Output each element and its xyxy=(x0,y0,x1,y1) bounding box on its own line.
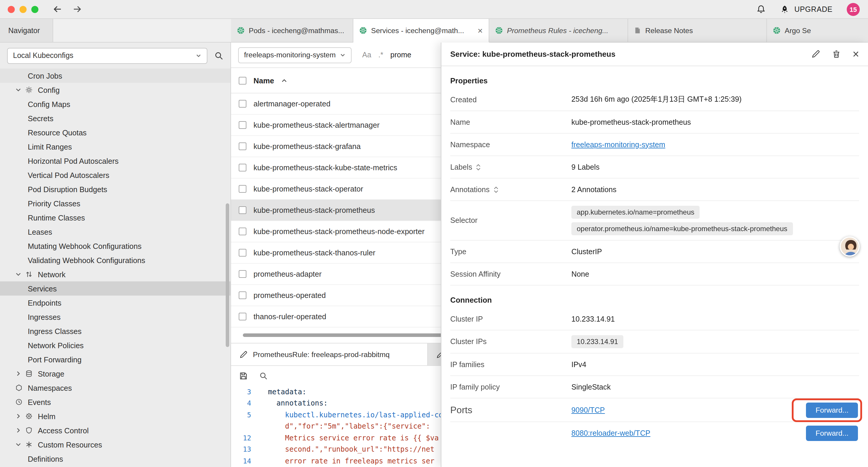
line-number: 4 xyxy=(231,399,251,408)
sidebar-item-ingress-classes[interactable]: Ingress Classes xyxy=(0,324,230,338)
window-titlebar: UPGRADE 15 xyxy=(0,0,868,19)
sidebar-item-validating-webhook-configurations[interactable]: Validating Webhook Configurations xyxy=(0,253,230,267)
sidebar-item-label: Events xyxy=(28,398,51,406)
chevron-right-icon[interactable] xyxy=(16,371,25,377)
sidebar-item-custom-resources[interactable]: Custom Resources xyxy=(0,437,230,451)
details-drawer: Service: kube-prometheus-stack-prometheu… xyxy=(441,42,868,467)
sidebar-item-endpoints[interactable]: Endpoints xyxy=(0,296,230,310)
namespace-filter[interactable]: freeleaps-monitoring-system xyxy=(238,47,351,63)
chevron-right-icon[interactable] xyxy=(16,413,25,419)
tab-argo-se[interactable]: Argo Se xyxy=(767,19,868,42)
upgrade-button[interactable]: UPGRADE xyxy=(780,4,833,14)
sidebar-item-network-policies[interactable]: Network Policies xyxy=(0,338,230,352)
trash-icon[interactable] xyxy=(832,50,841,59)
sidebar-item-network[interactable]: Network xyxy=(0,267,230,282)
save-icon[interactable] xyxy=(239,372,248,380)
namespace-link[interactable]: freeleaps-monitoring-system xyxy=(571,140,665,149)
sidebar-item-mutating-webhook-configurations[interactable]: Mutating Webhook Configurations xyxy=(0,239,230,253)
row-checkbox[interactable] xyxy=(239,249,246,257)
notification-badge[interactable]: 15 xyxy=(847,3,860,16)
row-checkbox[interactable] xyxy=(239,100,246,108)
sidebar-item-limit-ranges[interactable]: Limit Ranges xyxy=(0,140,230,154)
property-value: 253d 16h 6m ago (2025年1月13日 GMT+8 1:25:3… xyxy=(571,95,742,105)
sidebar-item-namespaces[interactable]: Namespaces xyxy=(0,381,230,395)
chevron-down-icon[interactable] xyxy=(16,442,25,447)
row-checkbox[interactable] xyxy=(239,313,246,320)
row-name: kube-prometheus-stack-kube-state-metrics xyxy=(253,163,397,172)
network-icon xyxy=(25,271,38,278)
sidebar-item-access-control[interactable]: Access Control xyxy=(0,423,230,437)
property-row: IP family policySingleStack xyxy=(450,376,859,399)
tab-row: Navigator Pods - icecheng@mathmas...Serv… xyxy=(0,19,868,42)
name-column-header[interactable]: Name xyxy=(253,76,274,85)
property-row: TypeClusterIP xyxy=(450,241,859,263)
forward-button[interactable]: Forward... xyxy=(806,402,858,418)
minimize-window-button[interactable] xyxy=(20,6,27,13)
tab-prometheus-rules-icecheng[interactable]: Prometheus Rules - icecheng... xyxy=(489,19,628,42)
tab-services-icecheng-math[interactable]: Services - icecheng@math...× xyxy=(353,19,489,42)
sidebar-item-cron-jobs[interactable]: Cron Jobs xyxy=(0,68,230,83)
forward-button[interactable]: Forward... xyxy=(806,426,858,441)
property-value: 2 Annotations xyxy=(571,185,617,194)
forward-icon[interactable] xyxy=(72,4,82,14)
tab-release-notes[interactable]: Release Notes xyxy=(628,19,767,42)
sidebar-item-config-maps[interactable]: Config Maps xyxy=(0,97,230,111)
unfold-icon xyxy=(493,186,498,193)
regex-button[interactable]: .* xyxy=(378,51,383,59)
sidebar-item-services[interactable]: Services xyxy=(0,282,230,296)
chevron-right-icon[interactable] xyxy=(16,428,25,433)
row-checkbox[interactable] xyxy=(239,143,246,150)
row-checkbox[interactable] xyxy=(239,121,246,129)
port-link[interactable]: 9090/TCP xyxy=(571,406,605,414)
close-window-button[interactable] xyxy=(8,6,15,13)
close-icon[interactable]: × xyxy=(852,49,859,60)
row-checkbox[interactable] xyxy=(239,164,246,171)
sidebar-item-vertical-pod-autoscalers[interactable]: Vertical Pod Autoscalers xyxy=(0,168,230,182)
zoom-window-button[interactable] xyxy=(31,6,38,13)
chevron-down-icon[interactable] xyxy=(16,271,25,277)
sidebar-item-storage[interactable]: Storage xyxy=(0,367,230,381)
row-checkbox[interactable] xyxy=(239,228,246,235)
avatar[interactable] xyxy=(840,236,860,257)
sidebar-item-horizontal-pod-autoscalers[interactable]: Horizontal Pod Autoscalers xyxy=(0,154,230,168)
port-link[interactable]: 8080:reloader-web/TCP xyxy=(571,429,650,437)
sidebar-item-leases[interactable]: Leases xyxy=(0,225,230,239)
section-title-properties: Properties xyxy=(450,76,859,85)
sidebar-item-events[interactable]: Events xyxy=(0,395,230,409)
sidebar-scrollbar[interactable] xyxy=(226,203,229,347)
ports-rows: Ports9090/TCPForward...8080:reloader-web… xyxy=(450,399,859,444)
sidebar-item-pod-disruption-budgets[interactable]: Pod Disruption Budgets xyxy=(0,182,230,196)
sidebar-item-config[interactable]: Config xyxy=(0,83,230,97)
match-case-button[interactable]: Aa xyxy=(362,51,371,59)
dock-tab-prometheusrule[interactable]: PrometheusRule: freeleaps-prod-rabbitmq xyxy=(231,344,428,365)
sidebar-item-definitions[interactable]: Definitions xyxy=(0,451,230,466)
sidebar-item-resource-quotas[interactable]: Resource Quotas xyxy=(0,125,230,140)
editor-search-icon[interactable] xyxy=(259,372,268,380)
forward-button-wrap: Forward... xyxy=(806,426,858,441)
tab-close-icon[interactable]: × xyxy=(477,26,483,35)
sidebar-item-priority-classes[interactable]: Priority Classes xyxy=(0,196,230,210)
tab-pods-icecheng-mathmas[interactable]: Pods - icecheng@mathmas... xyxy=(231,19,353,42)
sidebar-item-ingresses[interactable]: Ingresses xyxy=(0,310,230,324)
sidebar-item-secrets[interactable]: Secrets xyxy=(0,111,230,125)
kubeconfig-selector[interactable]: Local Kubeconfigs xyxy=(7,48,208,63)
property-row: Created253d 16h 6m ago (2025年1月13日 GMT+8… xyxy=(450,89,859,111)
bell-icon[interactable] xyxy=(756,4,766,14)
row-checkbox[interactable] xyxy=(239,185,246,193)
row-checkbox[interactable] xyxy=(239,206,246,214)
row-checkbox[interactable] xyxy=(239,291,246,299)
row-checkbox[interactable] xyxy=(239,270,246,278)
search-input[interactable]: prome xyxy=(390,51,411,59)
sidebar-search-icon[interactable] xyxy=(215,51,223,60)
select-all-checkbox[interactable] xyxy=(239,77,246,84)
code-text: d","for":"5m","labels":{"service": xyxy=(251,422,430,431)
value-badge: app.kubernetes.io/name=prometheus xyxy=(571,206,700,219)
chevron-down-icon[interactable] xyxy=(16,87,25,93)
sidebar-item-runtime-classes[interactable]: Runtime Classes xyxy=(0,210,230,225)
sidebar-item-helm[interactable]: Helm xyxy=(0,409,230,423)
sidebar-item-label: Services xyxy=(28,284,57,293)
sidebar-item-port-forwarding[interactable]: Port Forwarding xyxy=(0,352,230,367)
property-label: Type xyxy=(450,247,571,256)
edit-icon[interactable] xyxy=(811,50,820,59)
back-icon[interactable] xyxy=(53,4,63,14)
